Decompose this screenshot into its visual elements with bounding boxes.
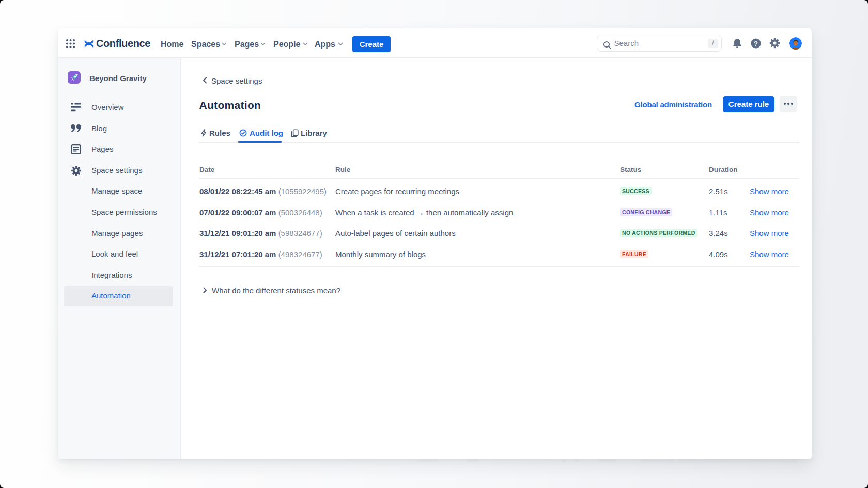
svg-text:?: ? [754, 40, 758, 48]
